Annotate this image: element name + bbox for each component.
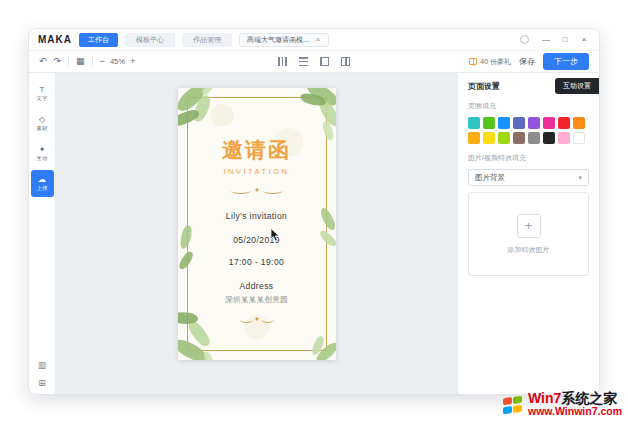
add-effect-label: 添加特效图片: [508, 245, 550, 255]
color-swatch[interactable]: [543, 117, 555, 129]
tab-template-center[interactable]: 模板中心: [125, 33, 175, 47]
align-center-icon[interactable]: [341, 57, 350, 66]
canvas[interactable]: 邀请函 INVITATION Lily's invitation 05/20/2…: [56, 73, 457, 394]
promo-label: 40 份豪礼: [480, 57, 511, 67]
zoom-in-icon[interactable]: +: [130, 57, 135, 66]
editor-toolbar: ↶ ↷ ▦ − 45% + 40 份豪礼 保存: [29, 50, 599, 73]
flourish-ornament: [227, 185, 287, 194]
card-address-line[interactable]: 深圳某某某创意园: [225, 295, 288, 305]
toolbar-right: 40 份豪礼 保存 下一步: [469, 53, 589, 70]
color-swatch[interactable]: [528, 117, 540, 129]
main-area: T 文字 ◇ 素材 ✦ 互动 ☁ 上传 ▥ ⊞: [29, 73, 599, 394]
color-swatch[interactable]: [498, 117, 510, 129]
color-swatch[interactable]: [498, 132, 510, 144]
close-icon[interactable]: ×: [578, 35, 590, 44]
next-step-button[interactable]: 下一步: [543, 53, 589, 70]
watermark-url: www.Winwin7.com: [528, 406, 622, 418]
titlebar: MAKA 工作台 模板中心 作品管理 高端大气邀请函模... × — □ ×: [29, 29, 599, 50]
align-tools: [278, 57, 350, 66]
watermark-text: Win7系统之家 www.Winwin7.com: [528, 391, 622, 418]
card-title[interactable]: 邀请函: [222, 136, 291, 164]
align-left-icon[interactable]: [320, 57, 329, 66]
zoom-level: 45%: [110, 57, 125, 66]
color-swatch[interactable]: [483, 117, 495, 129]
distribute-horizontal-icon[interactable]: [278, 57, 287, 66]
material-icon: ◇: [39, 116, 45, 124]
add-image-plus-icon[interactable]: +: [517, 214, 541, 238]
layers-icon[interactable]: ▥: [38, 361, 47, 370]
color-swatch[interactable]: [558, 117, 570, 129]
zoom-control: − 45% +: [100, 57, 136, 66]
background-type-value: 图片背景: [475, 173, 505, 183]
sidebar-bottom: ▥ ⊞: [38, 361, 47, 388]
color-swatch[interactable]: [558, 132, 570, 144]
card-time-line[interactable]: 17:00 - 19:00: [229, 257, 284, 267]
divider: [92, 56, 93, 67]
card-name-line[interactable]: Lily's invitation: [226, 211, 287, 221]
distribute-vertical-icon[interactable]: [299, 57, 308, 66]
undo-icon[interactable]: ↶: [39, 57, 47, 66]
document-tab[interactable]: 高端大气邀请函模... ×: [239, 33, 329, 47]
color-swatch[interactable]: [573, 117, 585, 129]
left-sidebar: T 文字 ◇ 素材 ✦ 互动 ☁ 上传 ▥ ⊞: [29, 73, 56, 394]
sidebar-item-material[interactable]: ◇ 素材: [31, 110, 54, 137]
effect-image-dropzone[interactable]: + 添加特效图片: [468, 192, 589, 276]
upload-cloud-icon: ☁: [38, 176, 46, 184]
effect-section-label: 图片/视频特效填充: [468, 153, 589, 163]
interaction-settings-button[interactable]: 互动设置: [555, 78, 599, 94]
mouse-cursor: [270, 228, 280, 242]
flourish-ornament-bottom: [236, 314, 278, 323]
zoom-out-icon[interactable]: −: [100, 57, 105, 66]
color-swatch[interactable]: [528, 132, 540, 144]
maka-editor-window: MAKA 工作台 模板中心 作品管理 高端大气邀请函模... × — □ × ↶…: [28, 28, 600, 395]
background-type-select[interactable]: 图片背景 ▾: [468, 169, 589, 186]
sidebar-item-upload[interactable]: ☁ 上传: [31, 170, 54, 197]
card-address-label[interactable]: Address: [240, 281, 274, 291]
close-tab-icon[interactable]: ×: [316, 35, 321, 44]
watermark-brand: Win7系统之家: [528, 391, 622, 406]
minimize-icon[interactable]: —: [540, 35, 552, 44]
interaction-icon: ✦: [39, 146, 46, 154]
divider: [68, 56, 69, 67]
card-subtitle[interactable]: INVITATION: [224, 167, 290, 176]
workspace-button[interactable]: 工作台: [79, 33, 118, 47]
right-panel: 互动设置 页面设置 页面填充 图片/视频特效填充 图片背景 ▾ + 添加特效图片: [457, 73, 599, 394]
text-icon: T: [40, 86, 45, 94]
pages-icon[interactable]: ⊞: [38, 379, 46, 388]
color-swatch[interactable]: [513, 132, 525, 144]
color-swatch[interactable]: [543, 132, 555, 144]
page-manager-icon[interactable]: ▦: [76, 57, 85, 66]
color-swatch[interactable]: [513, 117, 525, 129]
tab-work-manage[interactable]: 作品管理: [182, 33, 232, 47]
fill-section-label: 页面填充: [468, 101, 589, 111]
color-swatch[interactable]: [483, 132, 495, 144]
watermark: Win7系统之家 www.Winwin7.com: [503, 391, 622, 418]
color-swatch[interactable]: [468, 117, 480, 129]
color-swatch[interactable]: [573, 132, 585, 144]
gift-icon: [469, 58, 477, 65]
chevron-down-icon: ▾: [578, 174, 582, 182]
invitation-card[interactable]: 邀请函 INVITATION Lily's invitation 05/20/2…: [178, 88, 336, 360]
fill-color-grid: [468, 117, 589, 144]
maka-logo: MAKA: [38, 34, 72, 45]
promo-badge[interactable]: 40 份豪礼: [469, 57, 511, 67]
card-content: 邀请函 INVITATION Lily's invitation 05/20/2…: [178, 88, 336, 360]
document-tab-label: 高端大气邀请函模...: [247, 35, 309, 45]
page: MAKA 工作台 模板中心 作品管理 高端大气邀请函模... × — □ × ↶…: [0, 0, 628, 423]
sidebar-item-text[interactable]: T 文字: [31, 80, 54, 107]
sidebar-item-interaction[interactable]: ✦ 互动: [31, 140, 54, 167]
avatar[interactable]: [520, 35, 529, 44]
maximize-icon[interactable]: □: [559, 35, 571, 44]
windows-flag-icon: [503, 395, 522, 413]
color-swatch[interactable]: [468, 132, 480, 144]
save-button[interactable]: 保存: [519, 56, 535, 67]
redo-icon[interactable]: ↷: [54, 57, 62, 66]
